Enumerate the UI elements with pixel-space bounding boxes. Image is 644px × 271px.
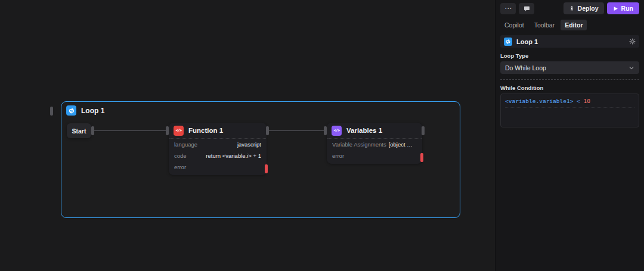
start-node[interactable]: Start [67,123,91,138]
edge-function-to-variables[interactable] [269,130,326,131]
start-output-handle[interactable] [91,126,94,135]
inspector-panel: ⋯ [495,0,644,271]
variables-node[interactable]: </> Variables 1 Variable Assignments [ob… [327,123,422,164]
operator-token: < [573,98,583,104]
flow-canvas[interactable]: Loop 1 Start </> Function 1 language jav… [0,0,495,271]
number-token: 10 [584,98,590,104]
variables-input-handle[interactable] [324,126,327,135]
loop-group-header: Loop 1 [66,105,104,116]
node-field-row: error [169,161,267,173]
function-node-title: Function 1 [188,127,223,134]
variable-token: <variable.variable1> [505,98,573,104]
chat-button[interactable] [519,3,534,14]
tab-editor[interactable]: Editor [561,20,587,30]
ellipsis-icon: ⋯ [504,5,512,12]
function-node-header: </> Function 1 [169,123,267,138]
loop-type-value: Do While Loop [505,64,546,71]
chevron-down-icon [628,65,634,71]
edge-start-to-function[interactable] [93,130,168,131]
function-input-handle[interactable] [166,126,169,135]
chat-icon [524,5,530,12]
variables-node-header: </> Variables 1 [327,123,422,138]
rocket-icon [569,5,575,11]
settings-gear-icon[interactable] [629,38,636,45]
selected-node-header[interactable]: Loop 1 [500,35,639,48]
code-icon: </> [174,126,184,136]
variables-node-title: Variables 1 [346,127,382,134]
loop-input-handle[interactable] [50,107,53,116]
tab-toolbar[interactable]: Toolbar [530,20,559,30]
run-button[interactable]: Run [607,2,639,14]
function-node[interactable]: </> Function 1 language javascript code … [169,123,267,175]
run-button-label: Run [621,5,633,12]
function-output-handle[interactable] [266,126,269,135]
deploy-button[interactable]: Deploy [564,2,604,14]
node-field-row: Variable Assignments [object Obje… [327,139,422,150]
code-icon: </> [332,126,342,136]
variables-output-handle[interactable] [422,126,425,135]
while-condition-editor[interactable]: <variable.variable1> < 10 [500,94,639,127]
node-field-row: language javascript [169,139,267,150]
loop-group-title: Loop 1 [81,107,104,115]
condition-code-line: <variable.variable1> < 10 [505,98,634,108]
tab-copilot[interactable]: Copilot [500,20,528,30]
more-button[interactable]: ⋯ [500,3,516,14]
deploy-button-label: Deploy [578,5,599,12]
loop-icon [66,105,76,116]
start-node-label: Start [72,127,86,135]
loop-type-select[interactable]: Do While Loop [500,61,639,74]
node-field-row: error [327,150,422,161]
workflow-editor-window: Loop 1 Start </> Function 1 language jav… [0,0,644,271]
node-field-row: code return <variable.i> + 1 [169,150,267,161]
panel-toolbar: ⋯ [500,2,639,14]
divider [500,79,639,80]
play-icon [613,6,618,11]
error-output-handle[interactable] [420,153,423,162]
panel-tabs: Copilot Toolbar Editor [500,20,639,30]
selected-node-title: Loop 1 [516,38,625,45]
while-condition-label: While Condition [500,85,639,91]
loop-type-label: Loop Type [500,52,639,59]
error-output-handle[interactable] [265,164,268,173]
loop-icon [504,38,512,46]
